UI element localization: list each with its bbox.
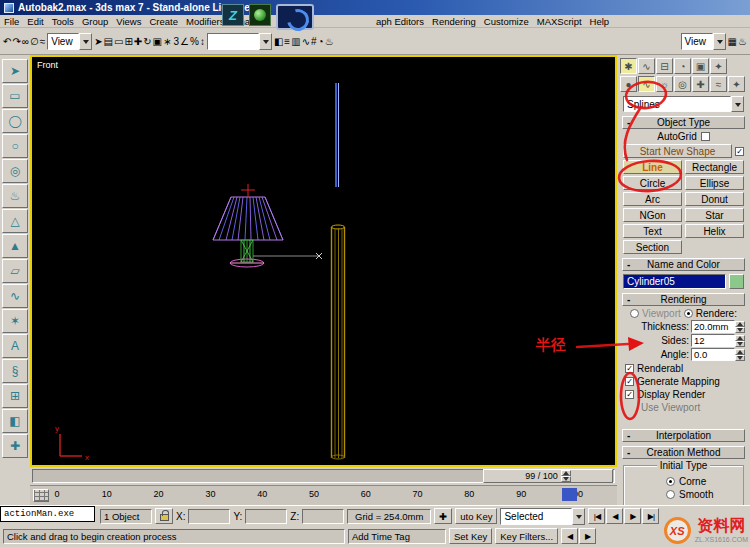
pointer-tool-icon[interactable]: ➤ bbox=[2, 59, 28, 83]
smooth-radio[interactable] bbox=[666, 490, 675, 499]
named-selection-sets-dropdown[interactable] bbox=[207, 33, 272, 50]
object-type-button[interactable]: Line bbox=[623, 160, 682, 174]
select-by-name-icon[interactable]: ▤ bbox=[104, 36, 113, 47]
tab-hierarchy[interactable]: ⊟ bbox=[656, 58, 673, 74]
pan-icon[interactable]: ✚ bbox=[434, 508, 452, 524]
sides-field[interactable]: 12 bbox=[691, 334, 735, 347]
goto-end-icon[interactable]: ▶| bbox=[642, 508, 659, 524]
window-crossing-icon[interactable]: ⊞ bbox=[124, 36, 132, 47]
object-color-swatch[interactable] bbox=[729, 274, 744, 289]
titlebar[interactable]: Autobak2.max - 3ds max 7 - Stand-alone L… bbox=[0, 0, 750, 15]
scale-icon[interactable]: ▣ bbox=[153, 36, 162, 47]
redo-icon[interactable]: ↷ bbox=[12, 36, 20, 47]
select-link-icon[interactable]: ∞ bbox=[22, 36, 29, 47]
track-bar[interactable]: 0102030405060708090100 bbox=[30, 485, 617, 505]
object-type-button[interactable]: Circle bbox=[623, 176, 682, 190]
text-tool-icon[interactable]: A bbox=[2, 334, 28, 358]
goto-start-icon[interactable]: |◀ bbox=[588, 508, 605, 524]
z-coordinate-field[interactable] bbox=[302, 509, 344, 524]
select-icon[interactable]: ➤ bbox=[94, 36, 102, 47]
quick-render-icon[interactable]: ♨ bbox=[738, 36, 747, 47]
region-icon[interactable]: ▭ bbox=[114, 36, 123, 47]
chevron-down-icon[interactable] bbox=[731, 96, 744, 112]
menu-item[interactable]: Help bbox=[586, 16, 614, 27]
unlink-icon[interactable]: ∅ bbox=[30, 36, 39, 47]
key-filters-button[interactable]: Key Filters... bbox=[495, 528, 558, 544]
plugin-z-icon[interactable]: Z bbox=[222, 4, 244, 26]
viewport-radio[interactable] bbox=[630, 309, 639, 318]
cone-tool-icon[interactable]: △ bbox=[2, 209, 28, 233]
auto-key-button[interactable]: uto Key bbox=[455, 508, 497, 524]
box-tool-icon[interactable]: ▭ bbox=[2, 84, 28, 108]
render-scene-icon[interactable]: ♨ bbox=[325, 36, 334, 47]
helix-tool-icon[interactable]: § bbox=[2, 359, 28, 383]
cross-tool-icon[interactable]: ✚ bbox=[2, 434, 28, 458]
align-icon[interactable]: ≡ bbox=[284, 36, 290, 47]
autogrid-checkbox[interactable] bbox=[701, 132, 710, 141]
mirror-icon[interactable]: ◧ bbox=[274, 36, 283, 47]
sides-spinner[interactable] bbox=[735, 335, 745, 347]
start-new-shape-checkbox[interactable]: ✓ bbox=[735, 147, 744, 156]
time-slider[interactable]: 99 / 100 bbox=[30, 467, 617, 485]
set-key-button[interactable]: Set Key bbox=[449, 528, 492, 544]
subtab-lights[interactable]: ☼ bbox=[656, 76, 673, 92]
prev-frame-icon[interactable]: ◀ bbox=[606, 508, 623, 524]
spline-tool-icon[interactable]: ∿ bbox=[2, 284, 28, 308]
prev-key-icon[interactable]: ◀ bbox=[561, 528, 578, 544]
rollout-object-type[interactable]: - Object Type bbox=[622, 116, 745, 129]
bind-spacewarp-icon[interactable]: ≈ bbox=[40, 36, 46, 47]
star-tool-icon[interactable]: ✶ bbox=[2, 309, 28, 333]
add-time-tag[interactable]: Add Time Tag bbox=[348, 529, 446, 544]
angle-spinner[interactable] bbox=[735, 349, 745, 361]
teapot-tool-icon[interactable]: ♨ bbox=[2, 184, 28, 208]
rollout-name-and-color[interactable]: - Name and Color bbox=[622, 258, 745, 271]
actionman-window[interactable]: actionMan.exe bbox=[0, 506, 95, 522]
chevron-down-icon[interactable] bbox=[572, 508, 585, 525]
torus-tool-icon[interactable]: ◎ bbox=[2, 159, 28, 183]
checkbox-checked[interactable]: ✓ bbox=[625, 364, 634, 373]
rollout-interpolation[interactable]: - Interpolation bbox=[622, 429, 745, 442]
next-key-icon[interactable]: ▶ bbox=[579, 528, 596, 544]
menu-item[interactable]: aph Editors bbox=[372, 16, 428, 27]
play-icon[interactable]: ▶ bbox=[624, 508, 641, 524]
menu-item[interactable]: File bbox=[0, 16, 23, 27]
3dsmax-logo-icon[interactable] bbox=[276, 4, 314, 30]
object-name-field[interactable]: Cylinder05 bbox=[623, 274, 726, 289]
category-dropdown[interactable]: Splines bbox=[623, 96, 744, 112]
subtab-systems[interactable]: ✦ bbox=[728, 76, 745, 92]
frame-spinner[interactable] bbox=[561, 470, 571, 482]
menu-item[interactable]: Group bbox=[78, 16, 112, 27]
percent-snap-icon[interactable]: % bbox=[190, 36, 199, 47]
rollout-rendering[interactable]: - Rendering bbox=[622, 293, 745, 306]
object-type-button[interactable]: Text bbox=[623, 224, 682, 238]
spinner-snap-icon[interactable]: ↕ bbox=[200, 36, 205, 47]
object-type-button[interactable]: Section bbox=[623, 240, 682, 254]
angle-snap-icon[interactable]: ∠ bbox=[180, 36, 189, 47]
render-type-icon[interactable]: ▦ bbox=[728, 36, 737, 47]
grid-tool-icon[interactable]: ⊞ bbox=[2, 384, 28, 408]
plugin-green-icon[interactable] bbox=[249, 4, 271, 26]
tab-utilities[interactable]: ✦ bbox=[710, 58, 727, 74]
object-type-button[interactable]: Arc bbox=[623, 192, 682, 206]
corner-radio[interactable] bbox=[666, 477, 675, 486]
start-new-shape-button[interactable]: Start New Shape bbox=[623, 144, 732, 158]
object-type-button[interactable]: Star bbox=[685, 208, 744, 222]
angle-field[interactable]: 0.0 bbox=[691, 348, 735, 361]
chevron-down-icon[interactable] bbox=[713, 33, 726, 50]
checkbox-checked[interactable]: ✓ bbox=[625, 377, 634, 386]
object-type-button[interactable]: Rectangle bbox=[685, 160, 744, 174]
y-coordinate-field[interactable] bbox=[245, 509, 287, 524]
subtab-geometry[interactable]: ● bbox=[620, 76, 637, 92]
renderer-radio[interactable] bbox=[684, 309, 693, 318]
object-type-button[interactable]: Donut bbox=[685, 192, 744, 206]
menu-item[interactable]: Rendering bbox=[428, 16, 480, 27]
chevron-down-icon[interactable] bbox=[259, 33, 272, 50]
viewport-label[interactable]: Front bbox=[37, 60, 58, 70]
thickness-field[interactable]: 20.0mm bbox=[691, 320, 735, 333]
time-slider-handle[interactable]: 99 / 100 bbox=[483, 469, 613, 483]
mirror-tool-icon[interactable]: ◧ bbox=[2, 409, 28, 433]
mini-curve-editor-button[interactable] bbox=[33, 489, 49, 502]
subtab-cameras[interactable]: ◎ bbox=[674, 76, 691, 92]
checkbox-checked[interactable]: ✓ bbox=[625, 390, 634, 399]
rollout-creation-method[interactable]: - Creation Method bbox=[622, 446, 745, 459]
